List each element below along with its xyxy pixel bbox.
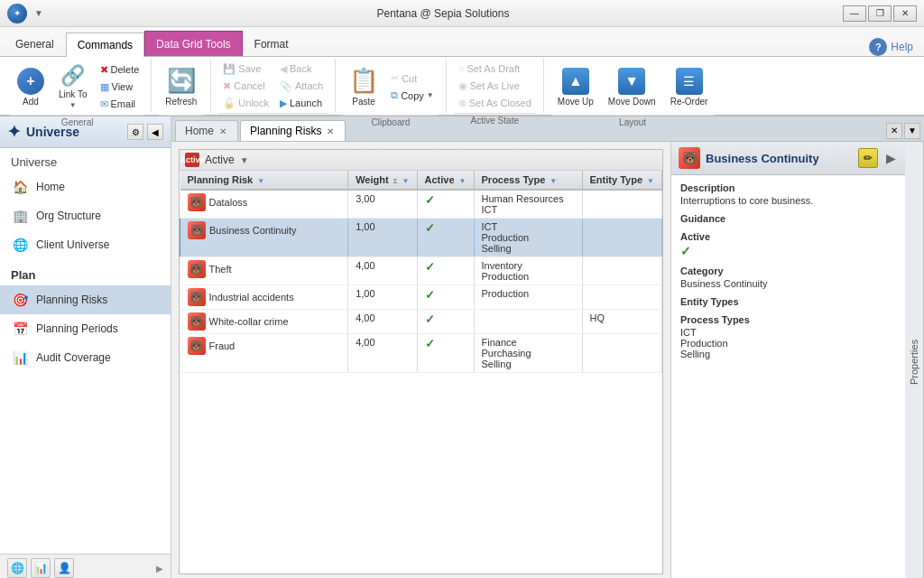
copy-button[interactable]: ⧉ Copy ▼ bbox=[386, 88, 439, 104]
save-button[interactable]: 💾 Save bbox=[218, 61, 273, 77]
sidebar-collapse-button[interactable]: ◀ bbox=[147, 124, 163, 140]
properties-expand-button[interactable]: ▶ bbox=[883, 151, 898, 165]
help-button[interactable]: ? bbox=[869, 38, 887, 56]
table-row[interactable]: 🐻 Fraud 4,00 ✓ Finance Purchasing Sellin… bbox=[180, 334, 662, 373]
sidebar-item-org-structure[interactable]: 🏢 Org Structure bbox=[0, 201, 171, 230]
col-entity-type[interactable]: Entity Type ▼ bbox=[582, 171, 661, 190]
sidebar-item-audit-coverage[interactable]: 📊 Audit Coverage bbox=[0, 343, 171, 372]
cell-theft-process: Inventory Production bbox=[474, 257, 582, 285]
content-tab-bar: Home ✕ Planning Risks ✕ ✕ ▼ bbox=[171, 117, 924, 142]
col-process-type[interactable]: Process Type ▼ bbox=[474, 171, 582, 190]
fraud-name-text: Fraud bbox=[209, 340, 236, 351]
set-as-draft-button[interactable]: ○ Set As Draft bbox=[454, 61, 536, 77]
table-row[interactable]: 🐻 Business Continuity 1,00 ✓ ICT Product… bbox=[180, 219, 662, 257]
paste-icon: 📋 bbox=[349, 67, 378, 95]
email-label: Email bbox=[111, 98, 136, 109]
title-bar: ▼ Pentana @ Sepia Solutions — ❐ ✕ bbox=[0, 0, 924, 27]
table-row[interactable]: 🐻 Theft 4,00 ✓ Inventory Production bbox=[180, 257, 662, 285]
sidebar-footer-btn-2[interactable]: 📊 bbox=[31, 558, 51, 578]
properties-risk-icon: 🐻 bbox=[679, 147, 700, 169]
refresh-button[interactable]: 🔄 Refresh bbox=[159, 61, 203, 113]
sidebar-item-planning-periods[interactable]: 📅 Planning Periods bbox=[0, 314, 171, 343]
sidebar-item-client-universe[interactable]: 🌐 Client Universe bbox=[0, 230, 171, 259]
properties-edit-button[interactable]: ✏ bbox=[858, 148, 878, 168]
sidebar-item-planning-risks[interactable]: 🎯 Planning Risks bbox=[0, 285, 171, 314]
planning-risks-icon: 🎯 bbox=[11, 291, 29, 309]
add-button[interactable]: + Add bbox=[11, 61, 51, 113]
restore-button[interactable]: ❐ bbox=[868, 5, 892, 22]
cell-wcc-process bbox=[474, 310, 582, 334]
move-down-button[interactable]: ▼ Move Down bbox=[602, 61, 662, 113]
cell-bc-active: ✓ bbox=[417, 219, 474, 257]
properties-side-tab[interactable]: Properties bbox=[905, 142, 924, 578]
planning-periods-icon: 📅 bbox=[11, 320, 29, 338]
sidebar-footer-btn-1[interactable]: 🌐 bbox=[7, 558, 27, 578]
unlock-button[interactable]: 🔓 Unlock bbox=[218, 95, 273, 111]
col-planning-risk[interactable]: Planning Risk ▼ bbox=[180, 171, 348, 190]
table-row[interactable]: 🐻 Industrial accidents 1,00 ✓ Production bbox=[180, 285, 662, 310]
plan-section-header: Plan bbox=[0, 259, 171, 285]
theft-name-text: Theft bbox=[209, 264, 232, 275]
attach-button[interactable]: 📎 Attach bbox=[275, 78, 328, 94]
active-state-group-label: Active State bbox=[454, 113, 536, 126]
link-to-button[interactable]: 🔗 Link To ▼ bbox=[52, 61, 94, 113]
grid-header: Planning Risk ▼ Weight Σ ▼ bbox=[180, 171, 662, 190]
tab-general[interactable]: General bbox=[4, 31, 66, 56]
minimize-button[interactable]: — bbox=[843, 5, 866, 22]
sidebar-item-home[interactable]: 🏠 Home bbox=[0, 172, 171, 201]
sidebar-item-org-structure-label: Org Structure bbox=[36, 210, 101, 222]
attach-icon: 📎 bbox=[280, 80, 292, 92]
tab-area-controls: ✕ ▼ bbox=[886, 123, 920, 139]
re-order-button[interactable]: ☰ Re-Order bbox=[664, 61, 715, 113]
back-button[interactable]: ◀ Back bbox=[275, 61, 328, 77]
layout-buttons: ▲ Move Up ▼ Move Down ☰ Re-Order bbox=[551, 61, 715, 113]
nav-group-label bbox=[218, 113, 328, 116]
filter-badge-text: Active bbox=[180, 155, 205, 164]
process-types-label: Process Types bbox=[680, 314, 896, 325]
risk-icon-wcc: 🐻 bbox=[188, 312, 206, 331]
table-row[interactable]: 🐻 White-collar crime 4,00 ✓ HQ bbox=[180, 310, 662, 334]
ribbon-tab-bar: General Commands Data Grid Tools Format … bbox=[0, 27, 924, 56]
title-bar-left: ▼ bbox=[7, 4, 43, 23]
close-button[interactable]: ✕ bbox=[893, 5, 917, 22]
nav-stack-right: ◀ Back 📎 Attach ▶ Launch bbox=[275, 61, 328, 111]
sidebar-footer-more[interactable]: ▶ bbox=[156, 564, 163, 573]
content-tab-planning-risks[interactable]: Planning Risks ✕ bbox=[240, 120, 346, 141]
sidebar-footer-btn-3[interactable]: 👤 bbox=[54, 558, 74, 578]
sidebar-item-audit-coverage-label: Audit Coverage bbox=[36, 351, 111, 364]
unlock-label: Unlock bbox=[238, 98, 269, 108]
launch-label: Launch bbox=[290, 98, 322, 108]
view-button[interactable]: ▦ View bbox=[96, 79, 144, 95]
filter-chevron[interactable]: ▼ bbox=[240, 155, 249, 165]
cut-button[interactable]: ✂ Cut bbox=[386, 70, 439, 87]
tab-commands[interactable]: Commands bbox=[66, 33, 144, 58]
delete-button[interactable]: ✖ Delete bbox=[96, 61, 144, 78]
quick-access-chevron[interactable]: ▼ bbox=[34, 8, 43, 18]
properties-panel: 🐻 Business Continuity ✏ ▶ Description In… bbox=[670, 142, 905, 578]
content-tab-home[interactable]: Home ✕ bbox=[175, 120, 238, 141]
tab-format[interactable]: Format bbox=[243, 31, 300, 56]
ribbon-group-refresh: 🔄 Refresh bbox=[152, 59, 211, 113]
col-weight[interactable]: Weight Σ ▼ bbox=[348, 171, 417, 190]
tab-area-btn-close[interactable]: ✕ bbox=[886, 123, 902, 139]
tab-area-btn-expand[interactable]: ▼ bbox=[904, 123, 920, 139]
paste-button[interactable]: 📋 Paste bbox=[343, 61, 384, 113]
tab-data-grid-tools[interactable]: Data Grid Tools bbox=[144, 31, 242, 56]
content-tab-home-close[interactable]: ✕ bbox=[217, 126, 228, 136]
launch-button[interactable]: ▶ Launch bbox=[275, 95, 328, 111]
save-label: Save bbox=[238, 63, 261, 74]
cancel-button[interactable]: ✖ Cancel bbox=[218, 78, 273, 94]
col-active[interactable]: Active ▼ bbox=[417, 171, 474, 190]
content-tab-planning-risks-close[interactable]: ✕ bbox=[325, 126, 336, 136]
grid-scroll-area[interactable]: Planning Risk ▼ Weight Σ ▼ bbox=[180, 171, 662, 573]
set-as-live-button[interactable]: ◉ Set As Live bbox=[454, 78, 536, 94]
cell-fraud-entity bbox=[582, 334, 661, 373]
move-up-button[interactable]: ▲ Move Up bbox=[551, 61, 600, 113]
set-as-draft-label: Set As Draft bbox=[467, 63, 520, 74]
cell-bc-weight: 1,00 bbox=[348, 219, 417, 257]
email-button[interactable]: ✉ Email bbox=[96, 96, 144, 112]
set-as-closed-button[interactable]: ⊗ Set As Closed bbox=[454, 95, 536, 111]
sidebar: ✦ Universe ⚙ ◀ Universe 🏠 Home 🏢 Org Str… bbox=[0, 117, 171, 578]
table-row[interactable]: 🐻 Dataloss 3,00 ✓ Human Resources ICT bbox=[180, 190, 662, 219]
cell-theft-weight: 4,00 bbox=[348, 257, 417, 285]
